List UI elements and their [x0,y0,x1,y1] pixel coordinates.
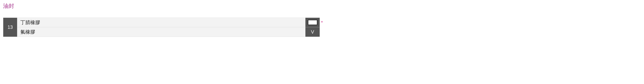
option-table: 13 丁腈橡膠 氟橡膠 V * [3,18,644,37]
row-index-cell: 13 [3,18,17,37]
option-labels-column: 丁腈橡膠 氟橡膠 [17,18,306,37]
code-value: V [311,29,314,35]
code-input-blank[interactable] [308,20,317,25]
section-title: 油封 [0,0,644,12]
option-row: 丁腈橡膠 [17,18,306,27]
required-asterisk: * [320,18,323,25]
option-row: 氟橡膠 [17,27,306,37]
code-cell-blank[interactable] [306,18,320,27]
option-codes-column: V [306,18,320,37]
code-cell[interactable]: V [306,27,320,37]
